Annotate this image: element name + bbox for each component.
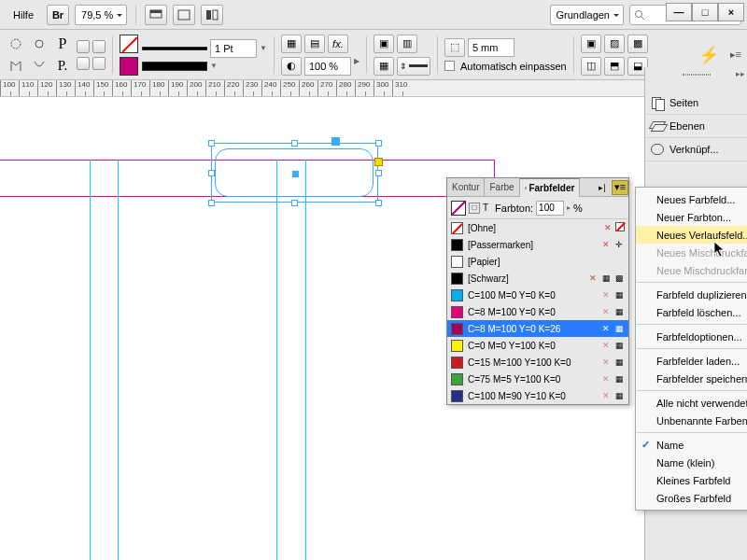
swatch-item[interactable]: C=100 M=0 Y=0 K=0✕▦	[447, 287, 628, 303]
menu-item[interactable]: Großes Farbfeld	[636, 489, 747, 507]
resize-handle[interactable]	[291, 200, 298, 206]
resize-handle[interactable]	[375, 170, 382, 176]
menu-item[interactable]: Alle nicht verwendeten auswählen	[636, 394, 747, 412]
center-point[interactable]	[292, 171, 299, 177]
align-icon[interactable]	[77, 40, 90, 53]
align-icon[interactable]	[92, 57, 106, 70]
workspace-dropdown[interactable]: Grundlagen	[550, 5, 625, 25]
swatch-item[interactable]: C=75 M=5 Y=100 K=0✕▦	[447, 371, 628, 387]
menu-item[interactable]: Kleines Farbfeld	[636, 471, 747, 489]
colormode-icon: ▦	[613, 357, 625, 368]
panel-flyout-menu-button[interactable]: ▾≡	[612, 180, 628, 195]
view-options-button[interactable]	[201, 5, 223, 25]
formatting-container-icon[interactable]: □	[469, 203, 480, 214]
panel-pages[interactable]: Seiten	[645, 91, 747, 115]
align-icon[interactable]	[77, 57, 90, 70]
swatch-item[interactable]: C=8 M=100 Y=0 K=0✕▦	[447, 303, 628, 320]
fit-icon[interactable]: ▣	[581, 35, 601, 53]
tool-icon[interactable]	[29, 35, 49, 53]
fit-icon[interactable]: ⬒	[604, 57, 625, 76]
swatch-item[interactable]: C=0 M=0 Y=100 K=0✕▦	[447, 337, 628, 354]
tint-input[interactable]: 100	[536, 201, 564, 216]
menu-item[interactable]: Neues Verlaufsfeld...	[636, 226, 747, 244]
corner-radius-handle[interactable]	[374, 158, 383, 166]
menu-item[interactable]: Farbfeld löschen...	[636, 303, 747, 321]
fill-stroke-proxy[interactable]	[451, 201, 466, 216]
bridge-button[interactable]: Br	[47, 5, 69, 25]
panel-menu-icon[interactable]: ▸≡	[730, 49, 741, 61]
opacity-icon[interactable]: ◐	[281, 57, 302, 76]
tint-stepper-icon[interactable]: ▸	[567, 203, 571, 212]
resize-handle[interactable]	[208, 140, 215, 147]
menu-item[interactable]: Farbfelder speichern...	[636, 370, 747, 387]
panel-layers-label: Ebenen	[669, 120, 705, 132]
zoom-dropdown[interactable]: 79,5 %	[75, 5, 127, 25]
tool-icon[interactable]	[6, 35, 26, 53]
tab-farbfelder[interactable]: ◦Farbfelder	[520, 178, 581, 197]
separator	[135, 5, 136, 25]
swatch-item[interactable]: C=15 M=100 Y=100 K=0✕▦	[447, 354, 628, 371]
panel-layers[interactable]: Ebenen	[645, 115, 747, 138]
screen-mode-button[interactable]	[145, 5, 167, 25]
stroke-swatch[interactable]	[120, 35, 138, 53]
menu-item[interactable]: Name (klein)	[636, 454, 747, 471]
collapse-icon[interactable]: ▸▸	[736, 69, 745, 78]
resize-handle[interactable]	[208, 200, 215, 206]
fx-button[interactable]: fx.	[328, 35, 348, 53]
swatch-item[interactable]: C=100 M=90 Y=10 K=0✕▦	[447, 387, 628, 404]
menu-item[interactable]: Farbfeld duplizieren	[636, 286, 747, 303]
menu-help[interactable]: Hilfe	[6, 6, 41, 24]
resize-handle[interactable]	[291, 140, 298, 147]
menu-item[interactable]: Farbfelder laden...	[636, 352, 747, 370]
autofit-checkbox[interactable]	[444, 61, 455, 71]
opacity-input[interactable]: 100 %	[304, 57, 351, 76]
fx-icon[interactable]: ▤	[304, 35, 325, 53]
window-maximize-button[interactable]: □	[692, 3, 718, 21]
swatch-color	[451, 340, 463, 352]
stroke-weight-input[interactable]: 1 Pt	[210, 39, 257, 58]
swatch-item[interactable]: [Ohne]✕	[447, 219, 628, 236]
menu-item[interactable]: Farbfeldoptionen...	[636, 328, 747, 345]
tab-kontur[interactable]: Kontur	[447, 178, 485, 197]
colormode-icon: ▦	[613, 306, 625, 317]
fx-icon[interactable]: ▦	[281, 35, 302, 53]
tab-farbe[interactable]: Farbe	[485, 178, 519, 197]
tool-icon[interactable]: P	[52, 35, 73, 53]
tool-icon[interactable]	[6, 57, 26, 76]
resize-handle[interactable]	[208, 170, 215, 176]
resize-handle[interactable]	[375, 200, 382, 206]
noedit-icon: ✕	[600, 357, 612, 368]
fit-icon[interactable]: ◫	[581, 57, 601, 76]
menu-item[interactable]: Unbenannte Farben hinzufügen	[636, 412, 747, 429]
menu-item[interactable]: Neues Farbfeld...	[636, 190, 747, 208]
swatch-item[interactable]: [Papier]	[447, 253, 628, 270]
fill-swatch[interactable]	[120, 57, 138, 76]
resize-handle[interactable]	[375, 140, 382, 147]
swatch-item[interactable]: [Passermarken]✕✛	[447, 236, 628, 253]
fit-icon[interactable]: ▨	[604, 35, 625, 53]
menu-item[interactable]: Neuer Farbton...	[636, 208, 747, 226]
wrap-icon[interactable]: ▦	[374, 57, 394, 76]
window-minimize-button[interactable]: —	[666, 3, 692, 21]
guide-vertical	[276, 160, 277, 560]
swatch-item[interactable]: C=8 M=100 Y=0 K=26✕▦	[447, 320, 628, 337]
window-close-button[interactable]: ×	[718, 3, 744, 21]
fit-icon[interactable]: ▩	[627, 35, 648, 53]
tool-icon[interactable]	[29, 57, 49, 76]
panel-expand-icon[interactable]: ▸|	[595, 180, 610, 195]
swatch-item[interactable]: [Schwarz]✕▦▩	[447, 270, 628, 287]
rotation-handle[interactable]	[331, 137, 340, 146]
bleed-input[interactable]: 5 mm	[468, 38, 514, 57]
menu-item[interactable]: ✓Name	[636, 436, 747, 454]
formatting-text-icon[interactable]: T	[483, 203, 488, 213]
panel-grip[interactable]	[645, 67, 747, 78]
wrap-icon[interactable]: ▣	[374, 35, 394, 53]
panel-links[interactable]: Verknüpf...	[645, 138, 747, 161]
arrange-docs-button[interactable]	[173, 5, 195, 25]
wrap-icon[interactable]: ▥	[397, 35, 417, 53]
bleed-icon[interactable]: ⬚	[444, 38, 465, 57]
panel-pages-label: Seiten	[669, 97, 698, 108]
align-icon[interactable]	[92, 40, 106, 53]
tool-icon[interactable]: P.	[52, 57, 73, 76]
quick-apply-icon[interactable]: ⚡	[698, 45, 719, 65]
